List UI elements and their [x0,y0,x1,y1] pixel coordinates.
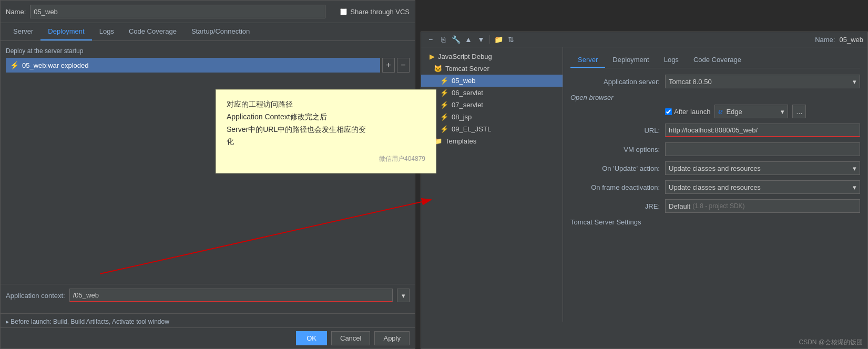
app-context-row: Application context: ▾ [1,284,415,306]
right-tab-deployment[interactable]: Deployment [605,53,656,68]
toolbar-sort-icon[interactable]: ⇅ [506,34,516,45]
apply-button[interactable]: Apply [374,331,410,345]
app-server-value: Tomcat 8.0.50 [669,78,712,86]
left-run-config-panel: Name: Share through VCS Server Deploymen… [0,0,415,349]
toolbar-down-icon[interactable]: ▼ [476,34,486,45]
artifact-item[interactable]: ⚡ 05_web:war exploded [6,58,380,73]
toolbar-wrench-icon[interactable]: 🔧 [451,34,461,45]
war-05-web-icon: ⚡ [440,77,448,85]
toolbar-folder-icon[interactable]: 📁 [493,34,504,45]
artifact-row: ⚡ 05_web:war exploded + − [6,58,410,73]
after-launch-checkbox[interactable] [665,108,672,115]
tomcat-settings-label: Tomcat Server Settings [570,218,860,228]
tooltip-line4: 化 [227,136,425,148]
ok-button[interactable]: OK [296,331,327,345]
toolbar-up-icon[interactable]: ▲ [463,34,474,45]
tree-item-tomcat[interactable]: 🐱 Tomcat Server [421,63,563,75]
share-row: Share through VCS [340,8,410,16]
jre-hint: (1.8 - project SDK) [692,202,744,210]
war-08-jsp-icon: ⚡ [440,113,448,121]
deploy-section: Deploy at the server startup ⚡ 05_web:wa… [1,41,415,79]
csdn-watermark: CSDN @会核爆的饭团 [799,338,863,347]
tooltip-line3: Server中的URL中的路径也会发生相应的变 [227,124,425,136]
app-server-label: Application server: [570,78,660,86]
cancel-button[interactable]: Cancel [331,331,370,345]
on-frame-dropdown[interactable]: Update classes and resources ▾ [665,180,860,194]
tree-item-08-jsp-label: 08_jsp [452,113,472,121]
tab-code-coverage[interactable]: Code Coverage [121,23,184,40]
tree-item-05-web[interactable]: ⚡ 05_web [421,75,563,87]
tooltip-line2: Application Context修改完之后 [227,111,425,124]
tree-item-07-servlet-label: 07_servlet [452,101,483,109]
url-row: URL: [570,124,860,137]
vm-options-label: VM options: [570,146,660,153]
config-panel: Server Deployment Logs Code Coverage App… [563,47,867,322]
remove-artifact-button[interactable]: − [397,58,410,73]
right-tab-code-coverage[interactable]: Code Coverage [686,53,749,68]
tree-item-05-web-label: 05_web [452,77,476,85]
name-row: Name: Share through VCS [1,1,415,23]
tree-item-templates[interactable]: 📁 Templates [421,135,563,147]
on-update-chevron-icon: ▾ [853,165,856,172]
tooltip-annotation: 对应的工程访问路径 Application Context修改完之后 Serve… [216,89,436,173]
on-update-row: On 'Update' action: Update classes and r… [570,161,860,175]
vm-options-row: VM options: [570,142,860,156]
app-server-dropdown[interactable]: Tomcat 8.0.50 ▾ [665,75,860,88]
left-tabs: Server Deployment Logs Code Coverage Sta… [1,23,415,41]
on-frame-label: On frame deactivation: [570,183,660,191]
right-tabs: Server Deployment Logs Code Coverage [570,53,860,68]
tree-item-tomcat-label: Tomcat Server [445,65,489,73]
tree-item-08-jsp[interactable]: ⚡ 08_jsp [421,111,563,123]
right-tab-logs[interactable]: Logs [657,53,686,68]
tab-logs[interactable]: Logs [92,23,121,40]
app-context-dropdown[interactable]: ▾ [397,289,410,302]
on-update-label: On 'Update' action: [570,165,660,172]
browser-row: After launch ℯ Edge ▾ … [570,105,860,118]
url-input[interactable] [665,124,860,137]
artifact-name: 05_web:war exploded [22,61,88,69]
tree-item-templates-label: Templates [445,137,476,145]
right-tab-server[interactable]: Server [570,53,605,68]
tree-panel: ▶ JavaScript Debug 🐱 Tomcat Server ⚡ 05_… [421,47,563,322]
jre-row: JRE: Default (1.8 - project SDK) [570,199,860,213]
open-browser-label: Open browser [570,94,614,101]
toolbar-minus-icon[interactable]: − [425,34,436,45]
on-frame-value: Update classes and resources [669,183,761,191]
toolbar-separator [489,35,490,44]
after-launch-text: After launch [674,108,710,116]
right-content: ▶ JavaScript Debug 🐱 Tomcat Server ⚡ 05_… [421,47,867,322]
on-frame-chevron-icon: ▾ [853,183,856,191]
jre-dropdown[interactable]: Default (1.8 - project SDK) [665,199,860,213]
app-context-input[interactable] [69,289,393,302]
on-update-dropdown[interactable]: Update classes and resources ▾ [665,161,860,175]
toolbar-copy-icon[interactable]: ⎘ [438,34,448,45]
jre-default-value: Default [669,202,690,210]
url-label: URL: [570,127,660,135]
browser-value: Edge [726,108,742,116]
vm-options-input[interactable] [665,142,860,156]
tree-item-06-servlet[interactable]: ⚡ 06_servlet [421,87,563,99]
right-name-value: 05_web [839,36,863,44]
after-launch-checkbox-label: After launch [665,108,710,116]
browser-dropdown[interactable]: ℯ Edge ▾ [714,105,788,118]
tab-deployment[interactable]: Deployment [40,23,91,40]
tree-item-js-debug[interactable]: ▶ JavaScript Debug [421,50,563,63]
tree-item-09-el-jstl[interactable]: ⚡ 09_EL_JSTL [421,123,563,135]
add-artifact-button[interactable]: + [382,58,395,73]
tab-server[interactable]: Server [6,23,40,40]
war-09-el-jstl-icon: ⚡ [440,125,448,133]
app-context-label: Application context: [6,292,65,300]
share-checkbox[interactable] [340,8,347,15]
jre-label: JRE: [570,202,660,210]
edge-browser-icon: ℯ [718,107,723,116]
browser-selector-row: After launch ℯ Edge ▾ … [665,105,806,118]
tooltip-line1: 对应的工程访问路径 [227,98,425,111]
tab-startup-connection[interactable]: Startup/Connection [184,23,257,40]
on-frame-row: On frame deactivation: Update classes an… [570,180,860,194]
tomcat-server-icon: 🐱 [434,65,442,73]
browser-more-button[interactable]: … [792,105,806,118]
tree-item-07-servlet[interactable]: ⚡ 07_servlet [421,99,563,111]
before-launch-label: ▸ Before launch: Build, Build Artifacts,… [6,318,410,325]
js-debug-icon: ▶ [430,53,435,60]
name-input[interactable] [30,5,325,18]
